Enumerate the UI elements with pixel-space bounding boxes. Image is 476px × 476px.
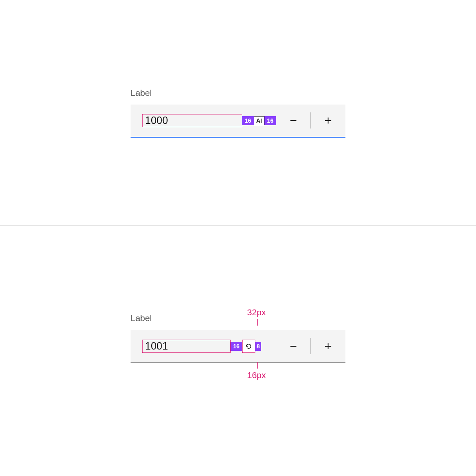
increment-button[interactable]: + [311, 105, 345, 137]
revert-button[interactable] [242, 340, 255, 353]
spacing-token-left: 16 [231, 342, 242, 351]
number-input-value-box[interactable]: 1001 [142, 340, 231, 353]
example-revert-button-spacing: Label 32px 1001 16 8 − [0, 225, 476, 450]
plus-icon: + [324, 114, 332, 128]
revert-measure-area: 16 8 [231, 340, 261, 353]
number-input-value: 1000 [145, 114, 168, 126]
decrement-button[interactable]: − [276, 330, 311, 362]
minus-icon: − [290, 339, 297, 353]
spacing-token-right: 8 [255, 342, 261, 351]
measurement-width-callout: 32px [247, 307, 266, 317]
ai-slug[interactable]: AI [254, 116, 264, 125]
undo-icon [245, 343, 252, 350]
spacing-token-right: 16 [264, 116, 276, 125]
measurement-tick-bottom [257, 362, 258, 369]
number-input-value-box[interactable]: 1000 [142, 114, 242, 127]
field-label: Label [131, 313, 345, 323]
minus-icon: − [290, 114, 297, 128]
number-input-field[interactable]: 1000 16 AI 16 − + [131, 105, 345, 138]
measurement-icon-callout: 16px [247, 370, 266, 380]
stepper-controls: − + [276, 105, 345, 137]
decrement-button[interactable]: − [276, 105, 311, 137]
plus-icon: + [324, 339, 332, 353]
increment-button[interactable]: + [311, 330, 345, 362]
measurement-tick-top [257, 319, 258, 326]
field-label: Label [131, 88, 345, 98]
example-ai-slug-spacing: Label 1000 16 AI 16 − + [0, 0, 476, 225]
stepper-controls: − + [276, 330, 345, 362]
number-input-value: 1001 [145, 340, 168, 352]
spacing-token-left: 16 [242, 116, 254, 125]
number-input-field[interactable]: 1001 16 8 − + [131, 330, 345, 363]
